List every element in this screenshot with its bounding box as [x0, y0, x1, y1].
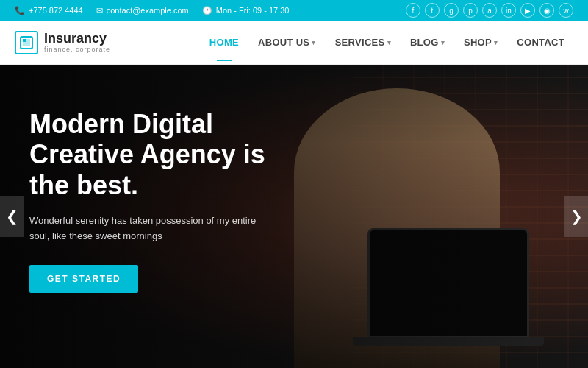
- prev-slide-button[interactable]: ❮: [0, 196, 24, 237]
- hero-title: Modern Digital Creative Agency is the be…: [29, 109, 309, 200]
- hero-subtitle: Wonderful serenity has taken possession …: [29, 213, 265, 244]
- nav-label-contact: CONTACT: [517, 37, 564, 48]
- nav-label-blog: BLOG: [410, 37, 439, 48]
- nav-link-blog[interactable]: BLOG ▾: [401, 31, 453, 54]
- email-address: contact@example.com: [107, 6, 189, 15]
- next-slide-button[interactable]: ❯: [564, 196, 588, 237]
- email-item: ✉ contact@example.com: [96, 6, 189, 15]
- nav-item-about: ABOUT US ▾: [249, 31, 325, 54]
- top-bar: 📞 +775 872 4444 ✉ contact@example.com 🕐 …: [0, 0, 588, 21]
- get-started-button[interactable]: GET STARTED: [29, 265, 138, 293]
- nav-label-about: ABOUT US: [258, 37, 309, 48]
- chevron-down-icon-3: ▾: [441, 39, 445, 46]
- nav-label-shop: SHOP: [464, 37, 492, 48]
- instagram-icon[interactable]: ◉: [539, 3, 554, 18]
- logo-icon: [15, 31, 38, 54]
- googleplus-icon[interactable]: g: [444, 3, 459, 18]
- nav-link-shop[interactable]: SHOP ▾: [455, 31, 506, 54]
- youtube-icon[interactable]: ▶: [520, 3, 535, 18]
- email-icon: ✉: [96, 6, 103, 15]
- chevron-down-icon-2: ▾: [387, 39, 391, 46]
- svg-rect-2: [23, 39, 26, 42]
- hours-text: Mon - Fri: 09 - 17.30: [216, 6, 290, 15]
- linkedin-icon[interactable]: in: [501, 3, 516, 18]
- hours-item: 🕐 Mon - Fri: 09 - 17.30: [202, 6, 290, 15]
- nav-item-home: HOME: [201, 31, 248, 54]
- hero-section: ❮ Modern Digital Creative Agency is the …: [0, 65, 588, 368]
- chevron-down-icon: ▾: [312, 39, 315, 46]
- rss-icon[interactable]: a: [482, 3, 497, 18]
- nav-label-home: HOME: [209, 37, 239, 48]
- phone-icon: 📞: [15, 6, 25, 15]
- hero-content: Modern Digital Creative Agency is the be…: [29, 109, 309, 293]
- chevron-right-icon: ❯: [570, 208, 583, 225]
- chevron-down-icon-4: ▾: [494, 39, 498, 46]
- navbar: Insurancy finance, corporate HOME ABOUT …: [0, 21, 588, 65]
- nav-links: HOME ABOUT US ▾ SERVICES ▾ BLOG ▾ SHOP ▾: [201, 31, 573, 54]
- nav-item-shop: SHOP ▾: [455, 31, 506, 54]
- facebook-icon[interactable]: f: [406, 3, 420, 18]
- nav-item-contact: CONTACT: [508, 31, 573, 54]
- web-icon[interactable]: w: [559, 3, 573, 18]
- twitter-icon[interactable]: t: [425, 3, 440, 18]
- nav-label-services: SERVICES: [335, 37, 385, 48]
- phone-item: 📞 +775 872 4444: [15, 6, 83, 15]
- logo-name: Insurancy: [44, 32, 110, 46]
- social-icons: f t g p a in ▶ ◉ w: [406, 3, 573, 18]
- nav-link-about[interactable]: ABOUT US ▾: [249, 31, 325, 54]
- logo-tagline: finance, corporate: [44, 46, 110, 53]
- top-bar-left: 📞 +775 872 4444 ✉ contact@example.com 🕐 …: [15, 6, 391, 15]
- phone-number: +775 872 4444: [29, 6, 83, 15]
- nav-link-home[interactable]: HOME: [201, 31, 248, 54]
- nav-link-contact[interactable]: CONTACT: [508, 31, 573, 54]
- nav-item-services: SERVICES ▾: [326, 31, 400, 54]
- nav-item-blog: BLOG ▾: [401, 31, 453, 54]
- logo[interactable]: Insurancy finance, corporate: [15, 31, 110, 54]
- nav-link-services[interactable]: SERVICES ▾: [326, 31, 400, 54]
- logo-text: Insurancy finance, corporate: [44, 32, 110, 54]
- pinterest-icon[interactable]: p: [463, 3, 478, 18]
- chevron-left-icon: ❮: [6, 208, 18, 225]
- clock-icon: 🕐: [202, 6, 212, 15]
